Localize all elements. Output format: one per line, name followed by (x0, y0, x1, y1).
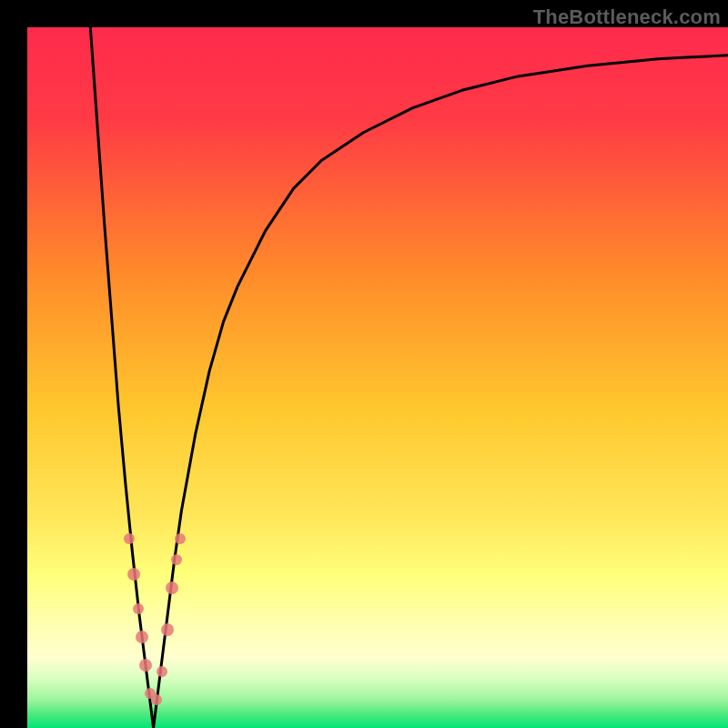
watermark-text: TheBottleneck.com (533, 5, 721, 29)
chart-frame: TheBottleneck.com (0, 0, 728, 728)
data-marker (151, 694, 162, 705)
data-marker (161, 623, 174, 636)
data-marker (171, 554, 182, 565)
bottleneck-curve (90, 27, 728, 728)
data-marker (166, 581, 178, 594)
data-marker (133, 603, 144, 614)
plot-area (27, 27, 728, 728)
data-marker (157, 666, 167, 677)
curve-layer (27, 27, 728, 728)
data-marker (136, 631, 148, 643)
data-marker (127, 568, 140, 581)
data-marker (139, 659, 152, 672)
data-marker (175, 533, 186, 544)
data-marker (124, 533, 135, 544)
